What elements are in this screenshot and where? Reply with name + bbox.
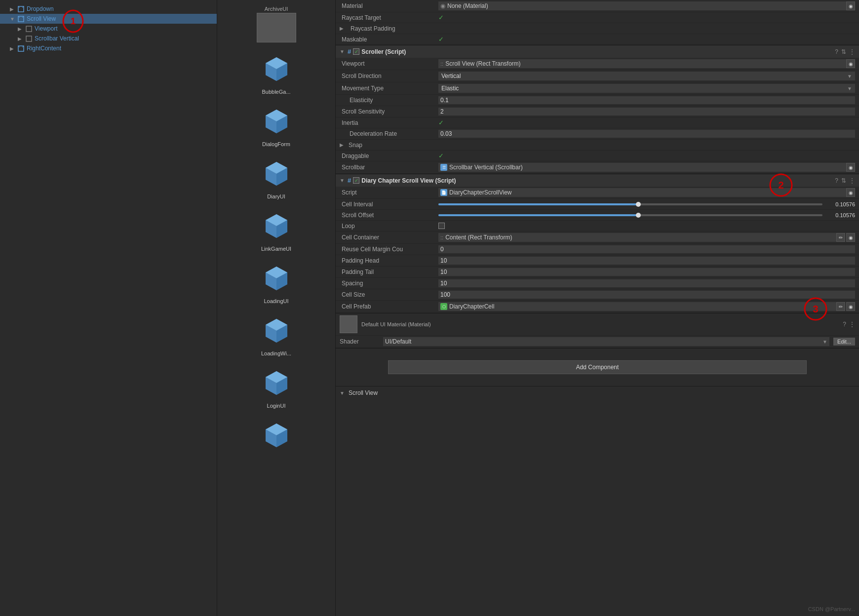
prop-padding-head: Padding Head: [336, 255, 859, 267]
asset-item-extra[interactable]: [249, 413, 304, 456]
asset-item-bubble-ga[interactable]: BubbleGa...: [249, 46, 304, 97]
asset-item-archive-ui[interactable]: ArchiveUI: [219, 4, 333, 44]
edit-cell-container-btn[interactable]: ✏: [836, 233, 845, 242]
scroller-section-icons: ? ⇅ ⋮: [835, 48, 855, 55]
prop-label-raycast-padding: Raycast Padding: [349, 25, 395, 32]
tree-item-viewport[interactable]: ▶ Viewport: [0, 24, 217, 34]
prop-raycast-padding[interactable]: ▶ Raycast Padding: [336, 23, 859, 34]
slider-value-cell-interval: 0.10576: [825, 201, 855, 207]
cube-icon-right-content: [17, 44, 25, 52]
prop-value-draggable[interactable]: ✓: [438, 152, 444, 159]
prop-elasticity: Elasticity: [336, 95, 859, 106]
prop-script: Script 📄 DiaryChapterScrollView ◉: [336, 187, 859, 199]
settings-icon-diary[interactable]: ⇅: [841, 177, 846, 184]
prop-value-padding-head[interactable]: [438, 257, 855, 265]
tree-item-right-content[interactable]: ▶ RightContent: [0, 43, 217, 53]
prop-cell-prefab: Cell Prefab ⬡ DiaryChapterCell 3 ✏ ◉: [336, 301, 859, 313]
prop-value-elasticity[interactable]: [438, 96, 855, 104]
shader-edit-btn[interactable]: Edit...: [833, 338, 855, 346]
slider-track-scroll-offset[interactable]: [438, 214, 822, 216]
prop-value-material[interactable]: ◉ None (Material): [438, 1, 846, 10]
help-icon[interactable]: ?: [835, 48, 838, 55]
scroller-enabled-checkbox[interactable]: ✓: [353, 48, 359, 55]
slider-cell-interval[interactable]: 0.10576: [438, 201, 855, 207]
asset-label-dialog-form: DialogForm: [262, 141, 290, 147]
asset-item-diary-ui[interactable]: DiaryUI: [249, 151, 304, 201]
prop-snap[interactable]: ▶ Snap: [336, 140, 859, 151]
edit-cell-prefab-btn[interactable]: ✏: [836, 302, 845, 311]
prop-viewport: Viewport :: Scroll View (Rect Transform)…: [336, 58, 859, 70]
prop-value-deceleration-rate[interactable]: [438, 130, 855, 138]
prop-value-scroll-sensitivity[interactable]: [438, 108, 855, 116]
diary-section-icons: ? ⇅ ⋮: [835, 177, 855, 184]
select-material-btn[interactable]: ◉: [846, 1, 855, 10]
prop-value-movement-type[interactable]: Elastic ▼: [438, 84, 855, 93]
asset-item-link-game-ui[interactable]: LinkGameUI: [249, 203, 304, 254]
menu-icon[interactable]: ⋮: [849, 48, 855, 55]
prop-label-cell-prefab: Cell Prefab: [340, 303, 438, 310]
slider-thumb-cell-interval[interactable]: [636, 202, 641, 207]
prop-value-cell-size[interactable]: [438, 291, 855, 299]
asset-label-bubble-ga: BubbleGa...: [262, 89, 290, 95]
diary-chapter-script-header[interactable]: ▼ # ✓ Diary Chapter Scroll View (Script)…: [336, 174, 859, 187]
prop-value-spacing[interactable]: [438, 279, 855, 287]
inspector-panel: Material ◉ None (Material) ◉ Raycast Tar…: [336, 0, 859, 616]
prop-cell-size: Cell Size: [336, 289, 859, 301]
bracket-icon-viewport: [25, 25, 33, 33]
tree-item-scroll-view[interactable]: ▼ Scroll View 1: [0, 14, 217, 24]
settings-icon[interactable]: ⇅: [841, 48, 846, 55]
add-component-btn[interactable]: Add Component: [388, 360, 807, 374]
bottom-bar: ▼ Scroll View: [336, 386, 859, 399]
tree-item-dropdown[interactable]: ▶ Dropdown: [0, 4, 217, 14]
diary-hash-icon: #: [348, 177, 351, 184]
tree-arrow-right-content: ▶: [10, 46, 17, 51]
asset-label-loading-ui: LoadingUI: [264, 298, 288, 304]
select-scrollbar-btn[interactable]: ◉: [846, 163, 855, 172]
material-section-icons: ? ⋮: [843, 321, 855, 328]
asset-item-dialog-form[interactable]: DialogForm: [249, 99, 304, 149]
prop-value-padding-tail[interactable]: [438, 268, 855, 276]
select-cell-container-btn[interactable]: ◉: [846, 233, 855, 242]
prop-label-reuse-cell-margin: Reuse Cell Margin Cou: [340, 246, 438, 253]
prop-value-maskable[interactable]: ✓: [438, 36, 444, 43]
bracket-icon-scrollbar: [25, 35, 33, 42]
help-icon-diary[interactable]: ?: [835, 177, 838, 184]
asset-item-loading-wi[interactable]: LoadingWi...: [249, 308, 304, 358]
menu-icon-material[interactable]: ⋮: [849, 321, 855, 328]
archive-thumbnail: [257, 13, 296, 42]
asset-item-login-ui[interactable]: LoginUI: [249, 360, 304, 411]
menu-icon-diary[interactable]: ⋮: [849, 177, 855, 184]
scroller-script-section: ▼ # ✓ Scroller (Script) ? ⇅ ⋮ Viewport :…: [336, 45, 859, 174]
prop-value-scrollbar[interactable]: ☰ Scrollbar Vertical (Scrollbar): [438, 163, 846, 172]
slider-track-cell-interval[interactable]: [438, 203, 822, 205]
slider-value-scroll-offset: 0.10576: [825, 212, 855, 218]
prop-label-maskable: Maskable: [340, 36, 438, 43]
prop-movement-type: Movement Type Elastic ▼: [336, 82, 859, 95]
diary-enabled-checkbox[interactable]: ✓: [353, 177, 359, 184]
prop-value-loop[interactable]: [438, 223, 445, 229]
prop-value-reuse-cell-margin[interactable]: [438, 245, 855, 253]
prop-label-cell-interval: Cell Interval: [340, 201, 438, 208]
help-icon-material[interactable]: ?: [843, 321, 846, 328]
asset-item-loading-ui[interactable]: LoadingUI: [249, 256, 304, 306]
scroller-script-header[interactable]: ▼ # ✓ Scroller (Script) ? ⇅ ⋮: [336, 45, 859, 58]
cube-icon-loading-ui: [257, 258, 296, 297]
slider-scroll-offset[interactable]: 0.10576: [438, 212, 855, 218]
prop-value-scroll-direction[interactable]: Vertical ▼: [438, 72, 855, 80]
snap-expand-arrow: ▶: [340, 142, 347, 148]
prop-value-inertia[interactable]: ✓: [438, 119, 444, 126]
script-ref-icon: 📄: [440, 189, 447, 196]
prop-padding-tail: Padding Tail: [336, 267, 859, 278]
slider-thumb-scroll-offset[interactable]: [636, 213, 641, 218]
prop-value-script[interactable]: 📄 DiaryChapterScrollView: [438, 188, 846, 197]
select-cell-prefab-btn[interactable]: ◉: [846, 302, 855, 311]
tree-item-scrollbar-vertical[interactable]: ▶ Scrollbar Vertical: [0, 34, 217, 43]
prop-value-cell-container[interactable]: :: Content (Rect Transform): [438, 233, 836, 242]
shader-dropdown[interactable]: UI/Default ▼: [383, 337, 829, 346]
prop-value-viewport[interactable]: :: Scroll View (Rect Transform): [438, 59, 846, 68]
prop-value-raycast-target[interactable]: ✓: [438, 14, 444, 21]
select-script-btn[interactable]: ◉: [846, 188, 855, 197]
select-viewport-btn[interactable]: ◉: [846, 59, 855, 68]
prop-value-cell-prefab[interactable]: ⬡ DiaryChapterCell: [438, 302, 836, 311]
cube-icon-login-ui: [257, 362, 296, 402]
